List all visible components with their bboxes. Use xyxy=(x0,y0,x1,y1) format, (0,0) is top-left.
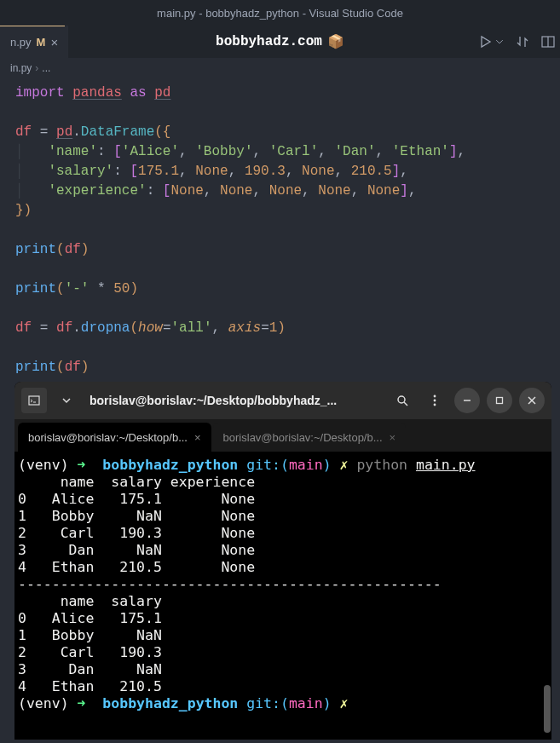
close-button[interactable] xyxy=(519,388,545,413)
output-row: 0 Alice 175.1 None xyxy=(18,491,255,507)
terminal-tabs: borislav@borislav:~/Desktop/b... × boris… xyxy=(14,419,551,452)
title-bar: main.py - bobbyhadz_python - Visual Stud… xyxy=(0,0,560,26)
svg-point-5 xyxy=(434,395,436,398)
breadcrumb-rest: ... xyxy=(42,62,50,74)
chevron-down-icon xyxy=(62,396,71,405)
output-row: 2 Carl 190.3 None xyxy=(18,525,255,541)
terminal-title: borislav@borislav:~/Desktop/bobbyhadz_..… xyxy=(89,394,337,407)
close-icon[interactable]: × xyxy=(390,431,396,444)
kw-as: as xyxy=(130,85,146,101)
var-df: df xyxy=(15,124,32,140)
package-icon: 📦 xyxy=(327,33,344,50)
output-row: 2 Carl 190.3 xyxy=(18,644,162,660)
terminal-output[interactable]: (venv) ➜ bobbyhadz_python git:(main) ✗ p… xyxy=(14,452,551,717)
mod-pandas: pandas xyxy=(72,85,122,101)
window-title: main.py - bobbyhadz_python - Visual Stud… xyxy=(157,7,403,20)
terminal-tab-label: borislav@borislav:~/Desktop/b... xyxy=(223,431,383,444)
alias-pd: pd xyxy=(154,85,170,101)
maximize-icon xyxy=(494,395,505,406)
search-icon xyxy=(395,394,409,407)
output-sep: ----------------------------------------… xyxy=(18,576,442,592)
terminal-tab-label: borislav@borislav:~/Desktop/b... xyxy=(28,431,188,444)
active-tab-indicator xyxy=(0,26,65,26)
url-banner: bobbyhadz.com 📦 xyxy=(216,33,344,50)
svg-rect-9 xyxy=(497,398,503,404)
minimize-icon xyxy=(462,395,472,406)
dropdown-button[interactable] xyxy=(54,388,79,413)
output-row: 3 Dan NaN None xyxy=(18,542,255,558)
maximize-button[interactable] xyxy=(487,388,512,413)
play-icon[interactable] xyxy=(478,35,492,49)
output-row: 4 Ethan 210.5 None xyxy=(18,559,255,575)
svg-point-3 xyxy=(398,396,405,403)
output-row: 0 Alice 175.1 xyxy=(18,610,162,626)
editor-tab-bar: n.py M × bobbyhadz.com 📦 xyxy=(0,26,560,58)
title-bar-actions xyxy=(478,35,555,49)
close-icon[interactable]: × xyxy=(50,35,58,49)
scrollbar[interactable] xyxy=(544,685,551,733)
terminal-titlebar: borislav@borislav:~/Desktop/bobbyhadz_..… xyxy=(14,382,551,419)
tab-modified-indicator: M xyxy=(37,36,46,49)
chevron-down-icon[interactable] xyxy=(495,35,504,49)
kebab-icon xyxy=(428,394,442,407)
terminal-tab-2[interactable]: borislav@borislav:~/Desktop/b... × xyxy=(213,423,407,452)
code-editor[interactable]: import pandas as pd df = pd.DataFrame({ … xyxy=(0,78,560,383)
editor-tab-main[interactable]: n.py M × xyxy=(0,26,68,58)
close-icon[interactable]: × xyxy=(194,431,201,444)
svg-rect-2 xyxy=(29,396,39,405)
chevron-right-icon: › xyxy=(35,62,38,74)
output-row: 1 Bobby NaN None xyxy=(18,508,255,524)
diff-icon[interactable] xyxy=(516,35,529,49)
terminal-window: borislav@borislav:~/Desktop/bobbyhadz_..… xyxy=(14,382,551,740)
terminal-tab-1[interactable]: borislav@borislav:~/Desktop/b... × xyxy=(18,423,211,452)
output-row: 4 Ethan 210.5 xyxy=(18,678,162,694)
search-button[interactable] xyxy=(390,388,415,413)
output-row: 3 Dan NaN xyxy=(18,661,162,677)
svg-line-4 xyxy=(404,402,407,406)
breadcrumb[interactable]: in.py › ... xyxy=(0,58,560,78)
minimize-button[interactable] xyxy=(454,388,480,413)
breadcrumb-file: in.py xyxy=(10,62,32,74)
output-row: 1 Bobby NaN xyxy=(18,627,162,643)
svg-point-6 xyxy=(434,400,436,402)
kw-import: import xyxy=(15,85,65,101)
banner-text: bobbyhadz.com xyxy=(216,34,322,49)
svg-point-7 xyxy=(434,404,436,406)
menu-button[interactable] xyxy=(422,388,447,413)
tab-label: n.py xyxy=(10,36,32,49)
output-header: name salary xyxy=(18,593,162,609)
split-icon[interactable] xyxy=(541,35,555,49)
new-tab-button[interactable] xyxy=(21,388,47,413)
close-icon xyxy=(527,395,537,406)
terminal-icon xyxy=(27,394,41,407)
output-header: name salary experience xyxy=(18,474,255,490)
